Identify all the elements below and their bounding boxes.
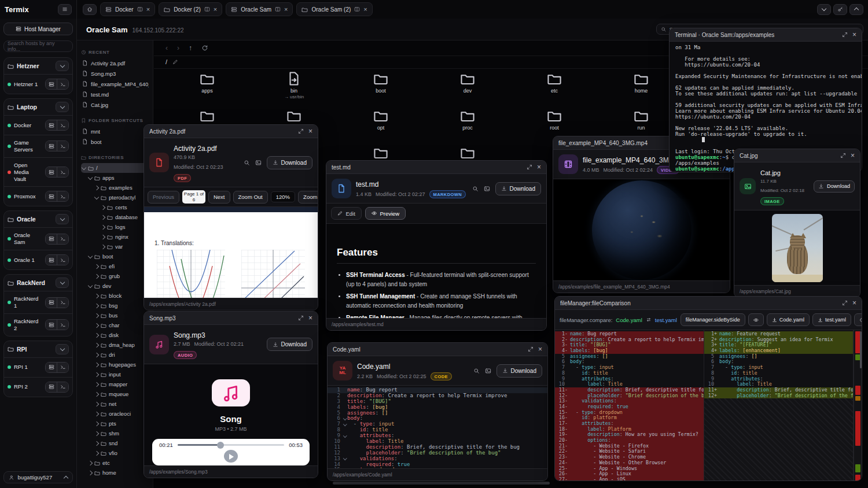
close-icon[interactable]: × — [308, 128, 312, 135]
tab-close-icon[interactable]: × — [214, 6, 217, 13]
pdf-thumbnail-icon[interactable] — [255, 160, 262, 166]
code-preview-icon[interactable] — [485, 368, 491, 374]
code-download-button[interactable]: Download — [496, 364, 542, 378]
close-icon[interactable]: × — [308, 315, 312, 321]
tree-item-vfio[interactable]: vfio — [81, 448, 149, 458]
host-item-open-media-vault[interactable]: Open Media Vault — [4, 157, 72, 187]
file-grid-item-bin[interactable]: bin→ usr/bin — [251, 68, 337, 105]
close-icon[interactable]: × — [851, 152, 855, 159]
group-collapse-button[interactable] — [56, 102, 69, 112]
tree-item-pterodactyl[interactable]: pterodactyl — [81, 193, 149, 202]
download-right-button[interactable]: test.yaml — [812, 313, 851, 326]
close-icon[interactable]: × — [852, 31, 856, 38]
video-player[interactable] — [553, 179, 730, 280]
md-download-button[interactable]: Download — [495, 182, 541, 195]
pdf-window-titlebar[interactable]: Activity 2a.pdf × — [144, 125, 318, 138]
tree-item-nginx[interactable]: nginx — [81, 232, 149, 242]
tab-split-icon[interactable] — [275, 6, 281, 12]
nav-up-button[interactable]: ↑ — [189, 44, 192, 52]
fold-icon[interactable] — [343, 418, 347, 420]
recent-file-item[interactable]: Song.mp3 — [81, 68, 149, 79]
pdf-download-button[interactable]: Download — [267, 156, 312, 169]
host-item-rpi-2[interactable]: RPI 2 — [4, 377, 72, 397]
file-manager-button[interactable] — [46, 191, 57, 201]
md-preview-tab[interactable]: Preview — [365, 207, 406, 220]
file-grid-item-proc[interactable]: proc — [424, 105, 511, 142]
file-grid-item-boot[interactable]: boot — [337, 68, 424, 105]
tab-split-icon[interactable] — [204, 6, 210, 12]
host-item-racknerd-2[interactable]: RackNerd 2 — [4, 313, 72, 336]
md-preview-icon[interactable] — [484, 186, 490, 192]
file-manager-button[interactable] — [46, 120, 57, 130]
tree-item-net[interactable]: net — [81, 399, 149, 409]
recent-file-item[interactable]: Activity 2a.pdf — [81, 58, 149, 68]
tree-item-input[interactable]: input — [81, 369, 149, 379]
expand-icon[interactable] — [298, 315, 304, 321]
tree-item-database[interactable]: database — [81, 212, 149, 222]
expand-icon[interactable] — [527, 164, 532, 170]
pdf-zoom-in-button[interactable]: Zoom In — [298, 191, 318, 204]
home-tab-button[interactable] — [83, 4, 97, 15]
host-group-header[interactable]: RPI — [4, 341, 72, 357]
seek-slider[interactable] — [178, 444, 284, 446]
tree-item-examples[interactable]: examples — [81, 183, 149, 193]
close-icon[interactable]: × — [537, 164, 541, 171]
tree-item-bus[interactable]: bus — [81, 310, 149, 320]
tree-item-snd[interactable]: snd — [81, 438, 149, 448]
tab-docker-2-[interactable]: Docker (2)× — [159, 2, 222, 16]
terminal-button[interactable] — [57, 120, 68, 130]
pdf-zoom-out-button[interactable]: Zoom Out — [233, 191, 268, 204]
terminal-button[interactable] — [57, 191, 68, 201]
group-collapse-button[interactable] — [56, 278, 69, 288]
tree-item-dev[interactable]: dev — [81, 281, 149, 291]
tree-item-logs[interactable]: logs — [81, 222, 149, 232]
tree-item-disk[interactable]: disk — [81, 330, 149, 340]
host-search-input[interactable]: Search hosts by any info... — [3, 40, 73, 52]
file-manager-button[interactable] — [46, 298, 57, 308]
folder-shortcut-item[interactable]: mnt — [81, 126, 149, 136]
close-icon[interactable]: × — [852, 300, 856, 306]
host-item-docker[interactable]: Docker — [4, 115, 72, 135]
tab-oracle-sam[interactable]: Oracle Sam× — [226, 2, 293, 16]
terminal-button[interactable] — [57, 79, 68, 89]
expand-icon[interactable] — [298, 128, 304, 134]
expand-icon[interactable] — [842, 32, 848, 38]
toggle-view-button[interactable] — [748, 313, 764, 326]
file-manager-button[interactable] — [46, 382, 57, 392]
host-item-game-servers[interactable]: Game Servers — [4, 135, 72, 157]
terminal-button[interactable] — [57, 255, 68, 265]
pdf-page-indicator[interactable]: Page 1 of 6 — [182, 190, 205, 204]
tree-item-dri[interactable]: dri — [81, 350, 149, 360]
tree-item-apps[interactable]: apps — [81, 173, 149, 183]
tree-item-etc[interactable]: etc — [81, 458, 149, 468]
download-left-button[interactable]: Code.yaml — [767, 313, 810, 326]
expand-icon[interactable] — [528, 346, 534, 352]
audio-window-titlebar[interactable]: Song.mp3 × — [144, 312, 318, 325]
host-group-header[interactable]: Hetzner — [4, 58, 72, 74]
diff-minimap[interactable] — [854, 330, 862, 480]
seek-thumb[interactable] — [217, 442, 224, 449]
breadcrumb-path[interactable]: / — [165, 58, 167, 65]
horizontal-scrollbar[interactable] — [333, 482, 550, 485]
tree-item-char[interactable]: char — [81, 320, 149, 330]
tree-item-efi[interactable]: efi — [81, 261, 149, 271]
file-manager-button[interactable] — [46, 363, 57, 372]
file-manager-button[interactable] — [46, 167, 57, 177]
pdf-search-icon[interactable] — [244, 160, 250, 166]
tree-item-block[interactable]: block — [81, 291, 149, 301]
terminal-button[interactable] — [57, 382, 68, 392]
tab-split-icon[interactable] — [354, 6, 360, 12]
tree-item-mqueue[interactable]: mqueue — [81, 389, 149, 399]
tree-item-certs[interactable]: certs — [81, 202, 149, 212]
tab-docker[interactable]: Docker× — [100, 2, 155, 16]
tree-item-pts[interactable]: pts — [81, 419, 149, 428]
tab-oracle-sam-2-[interactable]: Oracle Sam (2)× — [296, 2, 372, 16]
image-window-titlebar[interactable]: Cat.jpg × — [734, 149, 860, 162]
host-item-proxmox[interactable]: Proxmox — [4, 186, 72, 206]
diff-right-pane[interactable]: 1+name: Feature request2+description: Su… — [704, 330, 854, 480]
tree-item-grub[interactable]: grub — [81, 271, 149, 281]
tab-split-icon[interactable] — [137, 6, 143, 12]
terminal-titlebar[interactable]: Terminal · Oracle Sam:/apps/examples × — [670, 28, 862, 42]
host-group-header[interactable]: Oracle — [4, 211, 72, 227]
tab-close-icon[interactable]: × — [146, 6, 150, 13]
